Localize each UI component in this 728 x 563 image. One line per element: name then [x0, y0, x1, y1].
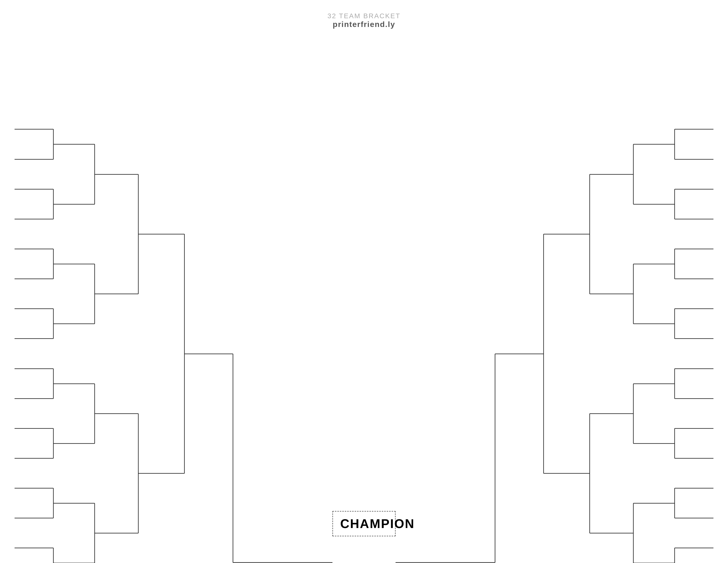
champion-label: CHAMPION	[340, 516, 388, 531]
champion-box: CHAMPION	[332, 511, 396, 536]
bracket-svg: line { stroke: #222; stroke-width: 2.5; …	[0, 0, 728, 563]
